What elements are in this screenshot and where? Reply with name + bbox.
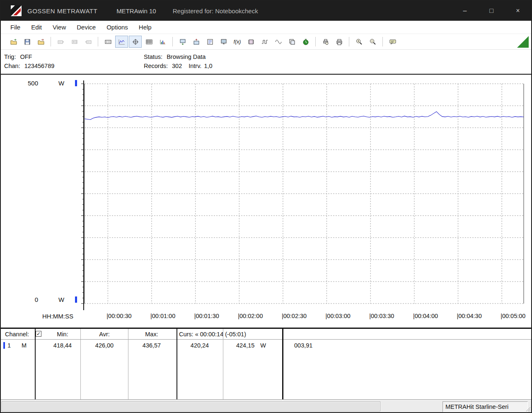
trend-chart-icon [118,39,125,45]
send-to-device-button[interactable] [190,36,203,48]
value-list-button[interactable] [203,36,216,48]
app-logo-icon [11,5,22,16]
crosshair-button[interactable] [129,36,142,48]
monitor-window-icon [220,39,227,45]
toolbar-separator [315,37,316,46]
toolbar-expand-handle[interactable] [517,36,529,48]
channels-window-button[interactable] [285,36,298,48]
menu-help[interactable]: Help [133,22,157,32]
chan-value: 123456789 [24,61,55,70]
row-avr-value: 426,00 [82,342,127,349]
open-file-icon [10,39,17,45]
pulse-window-button[interactable] [258,36,271,48]
wave-window-button[interactable] [272,36,285,48]
row-channel-mode: M [22,342,27,349]
toolbar: f(x) [1,34,531,50]
menu-view[interactable]: View [47,22,71,32]
table-divider [282,329,283,399]
device-card-icon [71,39,78,45]
send-to-device-icon [193,39,200,45]
trend-chart-button[interactable] [115,36,128,48]
y-axis-unit-bottom: W [58,296,64,303]
annotation-button[interactable] [386,36,399,48]
print-button[interactable] [333,36,346,48]
horizontal-scrollbar[interactable] [2,401,380,411]
toolbar-separator [172,37,173,46]
x-tick-label: |00:03:30 [369,313,394,319]
interval-value: 1,0 [204,61,212,70]
table-divider [80,329,81,399]
menu-options[interactable]: Options [101,22,133,32]
pulse-window-icon [261,39,268,45]
channel-marker-bottom [75,296,77,303]
interval-timer-icon [302,39,309,45]
x-tick-label: |00:05:00 [501,313,525,319]
function-button[interactable]: f(x) [231,36,244,48]
value-list-icon [207,39,213,45]
row-unit: W [260,342,266,349]
device-read-button[interactable] [54,36,67,48]
row-delta-value: 003,91 [294,342,312,349]
registered-text: Registered for: Notebookcheck [173,7,258,15]
memory-window-button[interactable] [244,36,257,48]
x-tick-label: |00:03:00 [326,313,351,319]
print-preview-icon [322,39,329,45]
channels-window-icon [289,39,295,45]
interval-timer-button[interactable] [299,36,312,48]
numeric-display-button[interactable] [102,36,114,48]
monitor-window-button[interactable] [217,36,230,48]
close-button[interactable]: × [505,1,531,21]
device-card-button[interactable] [68,36,81,48]
status-value: Browsing Data [167,52,206,61]
row-cursor2-value: 424,15W [226,342,276,349]
toolbar-separator [382,37,383,46]
trend-chart-area[interactable]: 500 W 0 W HH:MM:SS |00:00:30|00:01:00|00… [1,75,532,328]
save-file-button[interactable] [21,36,34,48]
export-folder-button[interactable] [34,36,47,48]
header-min: Min: [46,331,79,338]
status-bar: METRAHit Starline-Seri [1,400,531,413]
toolbar-separator [98,37,98,46]
menu-edit[interactable]: Edit [26,22,47,32]
metrawin-window: GOSSEN METRAWATT METRAwin 10 Registered … [0,0,532,413]
print-preview-button[interactable] [319,36,332,48]
zoom-out-button[interactable] [366,36,379,48]
header-avr: Avr: [82,331,127,338]
window-controls: – □ × [452,1,531,21]
zoom-in-button[interactable] [353,36,365,48]
table-divider [223,329,223,399]
row-max-value: 436,57 [130,342,174,349]
header-channel: Channel: [5,331,29,338]
scrollbar-thumb[interactable] [2,402,380,411]
minimize-button[interactable]: – [452,1,478,21]
header-max: Max: [130,331,174,338]
menu-bar: File Edit View Device Options Help [1,21,531,34]
open-file-button[interactable] [7,36,20,48]
menu-file[interactable]: File [5,22,26,32]
app-title: METRAwin 10 [116,7,156,15]
data-table-button[interactable] [143,36,155,48]
trig-value: OFF [20,52,32,61]
title-bar: GOSSEN METRAWATT METRAwin 10 Registered … [1,1,531,21]
interval-label: Intrv. [189,61,201,70]
row-min-value: 418,44 [46,342,79,349]
x-axis-title: HH:MM:SS [42,313,73,320]
x-tick-label: |00:01:30 [194,313,219,319]
device-write-button[interactable] [82,36,94,48]
x-tick-label: |00:04:00 [413,313,438,319]
records-label: Records: [144,61,168,70]
receive-from-device-button[interactable] [176,36,189,48]
table-divider [177,329,177,399]
menu-device[interactable]: Device [71,22,101,32]
zoom-out-icon [370,39,376,45]
resize-grip[interactable] [525,406,531,413]
channel-visible-checkbox[interactable]: ✓ [36,331,41,337]
statistics-button[interactable] [156,36,169,48]
row-cursor2-number: 424,15 [236,342,254,349]
memory-window-icon [248,39,254,45]
maximize-button[interactable]: □ [478,1,505,21]
y-axis-unit-top: W [58,80,64,87]
table-divider [128,329,128,399]
trend-plot[interactable] [81,80,527,313]
crosshair-icon [132,39,139,45]
